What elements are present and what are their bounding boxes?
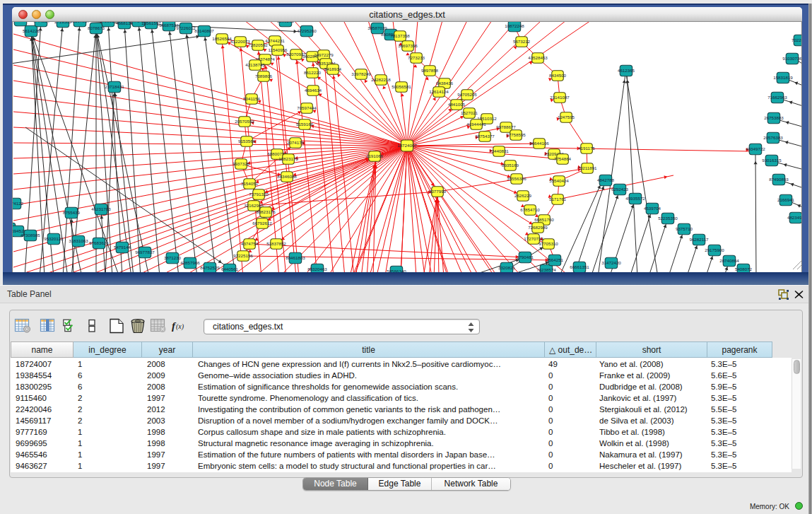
svg-text:7754864: 7754864: [554, 156, 572, 161]
svg-text:5673212: 5673212: [513, 39, 531, 44]
svg-text:87490893: 87490893: [769, 177, 789, 182]
svg-text:2626229: 2626229: [514, 193, 532, 198]
svg-text:86644106: 86644106: [529, 141, 549, 146]
svg-text:99788677: 99788677: [496, 124, 516, 129]
svg-text:6440561: 6440561: [221, 267, 239, 271]
svg-text:9897858: 9897858: [421, 68, 439, 73]
svg-text:4823498: 4823498: [787, 215, 802, 220]
svg-text:83140807: 83140807: [194, 28, 214, 33]
svg-text:51837852: 51837852: [266, 241, 286, 246]
svg-text:97225156: 97225156: [233, 253, 253, 258]
svg-text:95320121: 95320121: [44, 236, 64, 241]
svg-text:66792612: 66792612: [252, 221, 272, 226]
svg-text:66661351: 66661351: [570, 264, 589, 269]
svg-text:8077999: 8077999: [429, 189, 447, 194]
svg-text:20576383: 20576383: [763, 135, 783, 140]
svg-text:17270733: 17270733: [524, 236, 543, 241]
svg-text:15831819: 15831819: [773, 75, 793, 80]
svg-text:18724007: 18724007: [397, 143, 417, 148]
svg-text:71662963: 71662963: [767, 95, 787, 100]
svg-text:7374122: 7374122: [13, 201, 24, 206]
svg-text:26753883: 26753883: [764, 115, 784, 120]
svg-text:35556386: 35556386: [507, 176, 526, 181]
svg-text:20570592: 20570592: [235, 119, 254, 124]
svg-text:43744231: 43744231: [265, 38, 285, 43]
svg-text:55540424: 55540424: [549, 178, 569, 183]
svg-text:2166941: 2166941: [777, 197, 795, 202]
svg-text:3871230: 3871230: [164, 255, 182, 260]
svg-text:88320463: 88320463: [307, 267, 327, 271]
svg-text:4841005: 4841005: [448, 102, 466, 107]
svg-text:61220073: 61220073: [230, 39, 250, 44]
svg-text:47308985: 47308985: [20, 233, 40, 238]
svg-text:5171761: 5171761: [549, 197, 567, 201]
svg-text:42138745: 42138745: [245, 62, 265, 67]
svg-text:70597444: 70597444: [297, 105, 317, 110]
svg-text:94705205: 94705205: [457, 92, 477, 97]
svg-text:84752529: 84752529: [200, 265, 220, 270]
svg-text:84346088: 84346088: [277, 174, 297, 179]
svg-text:96282117: 96282117: [689, 237, 709, 242]
svg-text:31831063: 31831063: [69, 238, 88, 243]
svg-text:73440831: 73440831: [489, 148, 509, 153]
svg-text:38754377: 38754377: [475, 134, 495, 139]
svg-text:43528453: 43528453: [528, 55, 548, 60]
svg-text:5614226: 5614226: [23, 28, 40, 33]
svg-text:50056581: 50056581: [392, 84, 411, 89]
svg-text:2719583: 2719583: [54, 22, 72, 24]
svg-text:52235350: 52235350: [658, 216, 678, 221]
svg-text:88461803: 88461803: [286, 255, 305, 260]
svg-text:46231783: 46231783: [91, 206, 111, 211]
svg-text:9153566: 9153566: [238, 139, 256, 144]
svg-text:13561597: 13561597: [141, 22, 161, 25]
svg-text:7022674: 7022674: [792, 37, 802, 42]
svg-text:8935169: 8935169: [502, 163, 519, 168]
svg-text:(x): (x): [176, 322, 184, 331]
svg-text:8612220: 8612220: [304, 70, 322, 75]
svg-text:76238574: 76238574: [536, 267, 556, 272]
svg-text:7273233: 7273233: [408, 55, 425, 60]
svg-text:36697396: 36697396: [398, 43, 418, 48]
svg-text:3154051: 3154051: [241, 181, 259, 186]
svg-text:7089806: 7089806: [255, 74, 273, 78]
svg-text:1790481: 1790481: [517, 255, 534, 259]
svg-text:57683626: 57683626: [89, 240, 109, 245]
svg-text:73791320: 73791320: [249, 192, 269, 197]
svg-text:5041154: 5041154: [243, 96, 260, 101]
svg-text:5408072: 5408072: [735, 267, 753, 271]
svg-text:23718431: 23718431: [105, 84, 124, 89]
svg-text:4694634: 4694634: [305, 88, 322, 93]
svg-text:9375710: 9375710: [676, 226, 693, 231]
svg-text:2074176: 2074176: [287, 140, 305, 145]
svg-text:11540956: 11540956: [268, 47, 288, 52]
svg-text:93016315: 93016315: [762, 158, 782, 163]
svg-text:2191066: 2191066: [366, 153, 384, 158]
svg-text:47295260: 47295260: [297, 28, 317, 33]
svg-text:49349722: 49349722: [746, 146, 765, 151]
svg-text:5479144: 5479144: [114, 245, 131, 250]
svg-text:12823170: 12823170: [278, 156, 298, 161]
svg-text:8755439: 8755439: [63, 210, 81, 215]
svg-text:24972279: 24972279: [314, 52, 334, 57]
svg-text:5418934: 5418934: [324, 66, 342, 71]
svg-text:4374754: 4374754: [241, 241, 259, 246]
svg-text:78137358: 78137358: [390, 33, 410, 38]
svg-text:41944441: 41944441: [466, 122, 486, 127]
svg-text:3564251: 3564251: [546, 257, 564, 262]
svg-text:45935572: 45935572: [625, 196, 645, 201]
svg-text:42857966: 42857966: [180, 260, 200, 265]
svg-text:70211891: 70211891: [577, 165, 597, 170]
svg-text:72820592: 72820592: [248, 42, 268, 47]
svg-text:29175900: 29175900: [705, 247, 724, 252]
svg-text:9937326: 9937326: [233, 161, 250, 166]
svg-text:97705310: 97705310: [539, 241, 558, 246]
svg-text:3320821: 3320821: [498, 265, 516, 270]
svg-text:18526544: 18526544: [212, 36, 232, 41]
svg-text:66851760: 66851760: [534, 217, 554, 222]
svg-text:10872248: 10872248: [505, 23, 524, 28]
svg-text:24282218: 24282218: [371, 77, 391, 82]
svg-text:4539704: 4539704: [644, 206, 661, 211]
svg-text:4612365: 4612365: [618, 68, 635, 73]
svg-text:39587039: 39587039: [367, 25, 387, 30]
svg-text:6438436: 6438436: [436, 81, 454, 86]
